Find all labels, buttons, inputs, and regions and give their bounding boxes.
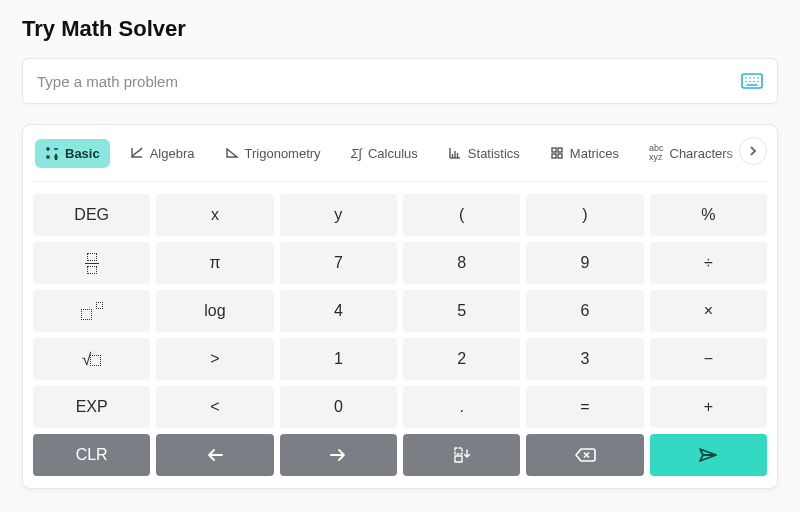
key-minus[interactable]: − [650, 338, 767, 380]
svg-point-16 [55, 155, 56, 156]
key-clear[interactable]: CLR [33, 434, 150, 476]
svg-rect-28 [455, 456, 462, 462]
fraction-icon [85, 253, 99, 274]
sqrt-icon: √ [82, 351, 101, 368]
key-deg[interactable]: DEG [33, 194, 150, 236]
matrices-icon [550, 146, 564, 160]
svg-rect-0 [742, 74, 762, 88]
key-6[interactable]: 6 [526, 290, 643, 332]
page-title: Try Math Solver [22, 16, 778, 42]
tabs-scroll-right[interactable] [739, 137, 767, 165]
tab-label: Basic [65, 146, 100, 161]
tab-label: Statistics [468, 146, 520, 161]
calculus-icon: Σ∫ [351, 146, 362, 161]
tab-label: Calculus [368, 146, 418, 161]
svg-rect-24 [558, 148, 562, 152]
tab-basic[interactable]: Basic [35, 139, 110, 168]
tab-statistics[interactable]: Statistics [438, 139, 530, 168]
key-divide[interactable]: ÷ [650, 242, 767, 284]
key-send[interactable] [650, 434, 767, 476]
key-8[interactable]: 8 [403, 242, 520, 284]
tab-algebra[interactable]: Algebra [120, 139, 205, 168]
key-arrow-right[interactable] [280, 434, 397, 476]
tab-label: Trigonometry [245, 146, 321, 161]
key-gt[interactable]: > [156, 338, 273, 380]
basic-icon [45, 146, 59, 160]
key-backspace[interactable] [526, 434, 643, 476]
chevron-right-icon [748, 146, 758, 156]
arrow-left-icon [206, 448, 224, 462]
algebra-icon [130, 146, 144, 160]
key-0[interactable]: 0 [280, 386, 397, 428]
tab-characters[interactable]: abcxyz Characters [639, 137, 753, 169]
key-equals[interactable]: = [526, 386, 643, 428]
newline-icon [452, 446, 472, 464]
statistics-icon [448, 146, 462, 160]
key-7[interactable]: 7 [280, 242, 397, 284]
key-log[interactable]: log [156, 290, 273, 332]
svg-rect-27 [455, 448, 462, 454]
svg-rect-23 [552, 148, 556, 152]
key-9[interactable]: 9 [526, 242, 643, 284]
problem-input-placeholder: Type a math problem [37, 73, 178, 90]
tab-label: Characters [670, 146, 734, 161]
trigonometry-icon [225, 146, 239, 160]
tab-matrices[interactable]: Matrices [540, 139, 629, 168]
key-dot[interactable]: . [403, 386, 520, 428]
key-pi[interactable]: π [156, 242, 273, 284]
keypad-grid: DEG x y ( ) % π 7 8 9 ÷ [33, 194, 767, 476]
tab-calculus[interactable]: Σ∫ Calculus [341, 139, 428, 168]
key-exponent[interactable] [33, 290, 150, 332]
send-icon [698, 447, 718, 463]
key-plus[interactable]: + [650, 386, 767, 428]
keyboard-icon[interactable] [741, 73, 763, 89]
key-4[interactable]: 4 [280, 290, 397, 332]
key-x[interactable]: x [156, 194, 273, 236]
tab-label: Matrices [570, 146, 619, 161]
key-sqrt[interactable]: √ [33, 338, 150, 380]
tab-trigonometry[interactable]: Trigonometry [215, 139, 331, 168]
key-3[interactable]: 3 [526, 338, 643, 380]
key-arrow-left[interactable] [156, 434, 273, 476]
key-y[interactable]: y [280, 194, 397, 236]
key-lparen[interactable]: ( [403, 194, 520, 236]
svg-point-17 [55, 158, 56, 159]
key-2[interactable]: 2 [403, 338, 520, 380]
key-1[interactable]: 1 [280, 338, 397, 380]
key-rparen[interactable]: ) [526, 194, 643, 236]
keypad-panel: Basic Algebra Trigonometry [22, 124, 778, 489]
problem-input-container[interactable]: Type a math problem [22, 58, 778, 104]
characters-icon: abcxyz [649, 144, 664, 162]
key-lt[interactable]: < [156, 386, 273, 428]
svg-rect-26 [558, 154, 562, 158]
key-multiply[interactable]: × [650, 290, 767, 332]
svg-rect-25 [552, 154, 556, 158]
exponent-icon [81, 302, 103, 320]
arrow-right-icon [329, 448, 347, 462]
key-fraction[interactable] [33, 242, 150, 284]
key-exp[interactable]: EXP [33, 386, 150, 428]
problem-input[interactable]: Type a math problem [37, 73, 741, 90]
key-percent[interactable]: % [650, 194, 767, 236]
key-5[interactable]: 5 [403, 290, 520, 332]
key-newline[interactable] [403, 434, 520, 476]
tabs-row: Basic Algebra Trigonometry [33, 135, 767, 182]
tab-label: Algebra [150, 146, 195, 161]
backspace-icon [574, 447, 596, 463]
